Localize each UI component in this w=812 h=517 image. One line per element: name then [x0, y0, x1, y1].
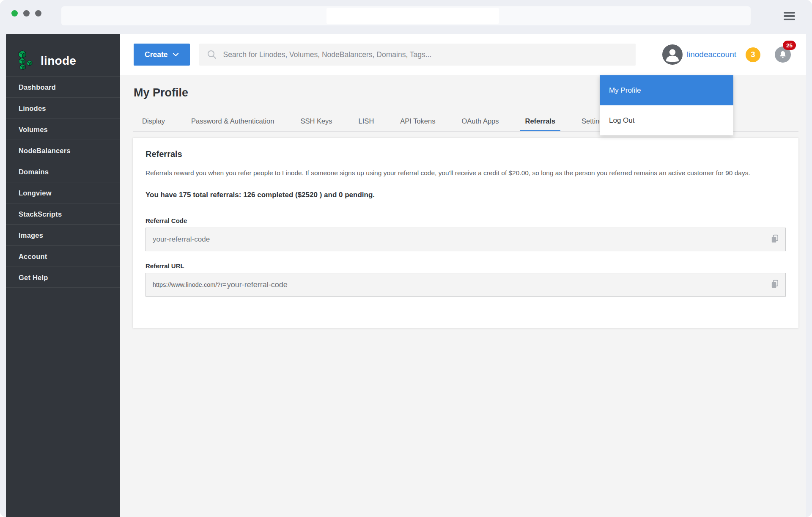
browser-window: linode Dashboard Linodes Volumes NodeBal…: [0, 0, 812, 517]
browser-url-box[interactable]: [326, 8, 499, 24]
sidebar: linode Dashboard Linodes Volumes NodeBal…: [6, 34, 120, 517]
page-content: My Profile Display Password & Authentica…: [120, 75, 806, 517]
sidebar-item-nodebalancers[interactable]: NodeBalancers: [6, 140, 120, 161]
user-menu-button[interactable]: linodeaccount: [662, 44, 736, 65]
sidebar-item-linodes[interactable]: Linodes: [6, 97, 120, 118]
create-button-label: Create: [145, 50, 167, 59]
tab-oauth-apps[interactable]: OAuth Apps: [456, 113, 504, 131]
search-bar[interactable]: [199, 44, 636, 66]
referrals-card: Referrals Referrals reward you when you …: [133, 138, 798, 328]
account-badge[interactable]: 3: [746, 47, 760, 62]
referral-code-field: Referral Code your-referral-code: [145, 217, 786, 251]
top-bar: Create: [120, 34, 806, 75]
tab-api-tokens[interactable]: API Tokens: [395, 113, 440, 131]
sidebar-item-domains[interactable]: Domains: [6, 161, 120, 182]
referral-code-input[interactable]: your-referral-code: [145, 228, 786, 251]
notifications-button[interactable]: 25: [775, 47, 791, 63]
browser-menu-icon[interactable]: [784, 12, 795, 20]
referral-url-input[interactable]: https://www.linode.com/?r=your-referral-…: [145, 273, 786, 297]
tab-lish[interactable]: LISH: [354, 113, 379, 131]
referrals-heading: Referrals: [145, 149, 786, 159]
window-control-icon[interactable]: [23, 10, 30, 16]
chevron-down-icon: [173, 52, 179, 57]
sidebar-item-get-help[interactable]: Get Help: [6, 267, 120, 288]
sidebar-item-account[interactable]: Account: [6, 245, 120, 267]
logo-text: linode: [41, 54, 76, 68]
referral-url-field: Referral URL https://www.linode.com/?r=y…: [145, 262, 786, 297]
search-input[interactable]: [223, 50, 628, 59]
referrals-description: Referrals reward you when you refer peop…: [145, 168, 780, 178]
copy-icon[interactable]: [768, 277, 782, 293]
referral-url-label: Referral URL: [145, 262, 786, 270]
referrals-summary: You have 175 total referrals: 126 comple…: [145, 191, 786, 199]
sidebar-item-dashboard[interactable]: Dashboard: [6, 76, 120, 97]
tab-ssh-keys[interactable]: SSH Keys: [295, 113, 337, 131]
avatar: [662, 44, 683, 65]
sidebar-item-volumes[interactable]: Volumes: [6, 118, 120, 140]
notification-count-badge: 25: [783, 41, 796, 50]
menu-item-log-out[interactable]: Log Out: [600, 105, 733, 135]
menu-item-my-profile[interactable]: My Profile: [600, 75, 733, 105]
window-control-icon[interactable]: [11, 10, 18, 16]
tab-password-authentication[interactable]: Password & Authentication: [186, 113, 279, 131]
search-icon: [207, 50, 217, 60]
linode-cubes-icon: [17, 50, 35, 72]
sidebar-item-longview[interactable]: Longview: [6, 182, 120, 203]
linode-logo[interactable]: linode: [6, 34, 120, 76]
window-controls: [11, 10, 41, 16]
bell-icon: [779, 50, 787, 59]
browser-address-bar[interactable]: [61, 6, 751, 25]
referral-url-prefix: https://www.linode.com/?r=: [153, 281, 226, 288]
referral-code-value: your-referral-code: [153, 235, 210, 244]
referral-code-label: Referral Code: [145, 217, 786, 224]
browser-chrome: [0, 0, 812, 34]
sidebar-nav: Dashboard Linodes Volumes NodeBalancers …: [6, 76, 120, 288]
sidebar-item-stackscripts[interactable]: StackScripts: [6, 203, 120, 224]
person-icon: [662, 44, 683, 65]
tab-display[interactable]: Display: [137, 113, 170, 131]
sidebar-item-images[interactable]: Images: [6, 224, 120, 245]
window-control-icon[interactable]: [35, 10, 41, 16]
copy-icon[interactable]: [768, 232, 782, 248]
user-dropdown-menu: My Profile Log Out: [600, 75, 733, 135]
create-button[interactable]: Create: [134, 44, 190, 66]
referral-url-value: your-referral-code: [227, 280, 288, 289]
tab-referrals[interactable]: Referrals: [520, 113, 561, 131]
username-link[interactable]: linodeaccount: [687, 50, 736, 59]
